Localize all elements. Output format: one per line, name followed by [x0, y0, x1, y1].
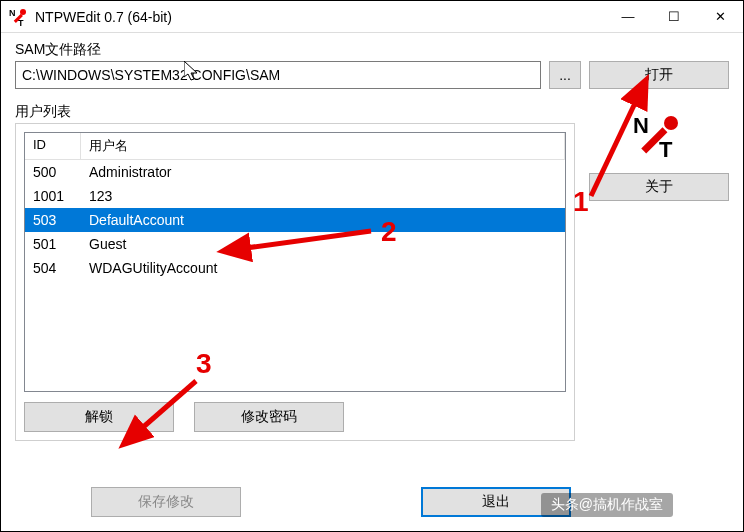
user-name: DefaultAccount — [81, 208, 565, 232]
svg-text:T: T — [659, 137, 673, 161]
user-row[interactable]: 501Guest — [25, 232, 565, 256]
user-row[interactable]: 503DefaultAccount — [25, 208, 565, 232]
listview-rows: 500Administrator1001123503DefaultAccount… — [25, 160, 565, 280]
browse-button[interactable]: ... — [549, 61, 581, 89]
svg-text:N: N — [9, 8, 16, 18]
user-list-group: 用户列表 ID 用户名 500Administrator1001123503De… — [15, 103, 575, 441]
svg-point-6 — [664, 116, 678, 130]
user-name: 123 — [81, 184, 565, 208]
user-list-fieldset: ID 用户名 500Administrator1001123503Default… — [15, 123, 575, 441]
app-logo: N T — [629, 111, 689, 161]
under-list-buttons: 解锁 修改密码 — [24, 402, 566, 432]
user-id: 504 — [25, 256, 81, 280]
sam-path-label: SAM文件路径 — [15, 41, 729, 59]
maximize-button[interactable]: ☐ — [651, 1, 697, 33]
sam-path-input[interactable] — [15, 61, 541, 89]
exit-button[interactable]: 退出 — [421, 487, 571, 517]
change-password-button[interactable]: 修改密码 — [194, 402, 344, 432]
path-row: ... 打开 — [15, 61, 729, 89]
side-panel: N T 关于 — [589, 103, 729, 441]
client-area: SAM文件路径 ... 打开 用户列表 ID 用户名 500Administra… — [1, 33, 743, 441]
user-listview[interactable]: ID 用户名 500Administrator1001123503Default… — [24, 132, 566, 392]
listview-header: ID 用户名 — [25, 133, 565, 160]
window-title: NTPWEdit 0.7 (64-bit) — [35, 9, 172, 25]
user-name: Administrator — [81, 160, 565, 184]
column-id[interactable]: ID — [25, 133, 81, 160]
user-id: 1001 — [25, 184, 81, 208]
svg-text:N: N — [633, 113, 649, 138]
main-row: 用户列表 ID 用户名 500Administrator1001123503De… — [15, 103, 729, 441]
titlebar: N T NTPWEdit 0.7 (64-bit) — ☐ ✕ — [1, 1, 743, 33]
user-row[interactable]: 1001123 — [25, 184, 565, 208]
user-name: Guest — [81, 232, 565, 256]
user-id: 503 — [25, 208, 81, 232]
save-button: 保存修改 — [91, 487, 241, 517]
column-username[interactable]: 用户名 — [81, 133, 565, 160]
bottom-row: 保存修改 退出 — [1, 473, 743, 531]
user-id: 500 — [25, 160, 81, 184]
close-button[interactable]: ✕ — [697, 1, 743, 33]
app-icon: N T — [9, 7, 29, 27]
user-name: WDAGUtilityAccount — [81, 256, 565, 280]
minimize-button[interactable]: — — [605, 1, 651, 33]
user-row[interactable]: 504WDAGUtilityAccount — [25, 256, 565, 280]
unlock-button[interactable]: 解锁 — [24, 402, 174, 432]
open-button[interactable]: 打开 — [589, 61, 729, 89]
about-button[interactable]: 关于 — [589, 173, 729, 201]
user-list-label: 用户列表 — [15, 103, 575, 121]
window-controls: — ☐ ✕ — [605, 1, 743, 33]
user-id: 501 — [25, 232, 81, 256]
user-row[interactable]: 500Administrator — [25, 160, 565, 184]
